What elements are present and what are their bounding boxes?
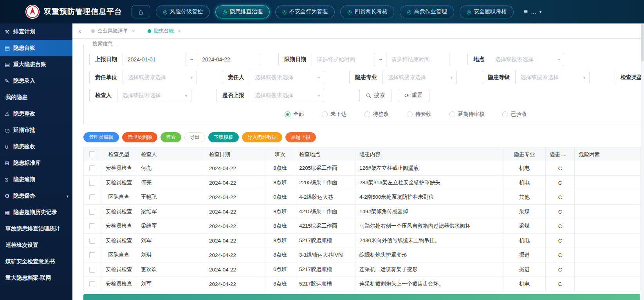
checker-select[interactable]: 选择或搜索选择 ▾ [117,89,191,102]
top-nav-item[interactable]: ◎ 高危作业管理 [400,5,454,18]
sidebar-item[interactable]: ▤ 重大隐患台账 [0,56,72,73]
status-filter: 全部 未下达 待整改 [89,107,644,124]
table-row[interactable]: 安检员检查 何亮 2024-04-22 8点班 2205综采工作面 126#架左… [84,161,641,176]
column-header[interactable]: 检查地点 [295,148,355,161]
top-nav-item[interactable]: ◎ 四员两长考核 [340,5,394,18]
deadline-to-input[interactable] [386,53,449,66]
cell-checker: 王艳飞 [137,190,205,205]
sidebar-item[interactable]: ∪ 隐患验收 [0,138,72,155]
sidebar-item[interactable]: ⊞ 隐患标准库 [0,155,72,171]
table-footer-bar[interactable] [83,294,640,300]
cell-checker: 梁维军 [137,205,205,219]
table-row[interactable]: 安检员检查 何亮 2024-04-22 8点班 2205综采工作面 28#架31… [84,176,641,190]
status-radio[interactable]: 待整改 [364,111,389,118]
sidebar-item[interactable]: ⧖ 隐患逾期 [0,171,72,188]
column-header[interactable]: 危险因素 [575,148,641,161]
row-checkbox[interactable] [89,165,95,171]
column-header[interactable]: 隐患内容 [355,148,503,161]
row-checkbox[interactable] [89,180,95,186]
status-radio-label: 待整改 [373,111,389,118]
top-nav-item[interactable]: ◎ 不安全行为管理 [275,5,335,18]
content-tab[interactable]: 企业风险清单 × [85,23,141,38]
sidebar-item[interactable]: ◷ 延期审批 [0,122,72,138]
circle-icon: ◎ [222,9,227,15]
sidebar-item-label: 隐患督办 [13,192,35,199]
table-row[interactable]: 安检员检查 梁维军 2024-04-22 8点班 4215综采工作面 马蹄尔处右… [84,219,641,234]
table-row[interactable]: 安检员检查 刘军 2024-04-22 8点班 5217胶运顺槽 连采机截割炮头… [84,277,641,291]
column-header[interactable]: 检查人 [137,148,205,161]
toolbar-button[interactable]: 局端上报 [285,132,316,142]
sidebar-item[interactable]: 重大隐患档案-联网 [0,270,72,286]
home-button[interactable]: ⌂ [132,5,150,18]
resp-unit-select[interactable]: 选择或搜索选择 ▾ [123,71,197,84]
cell-specialty: 机电 [503,234,546,248]
report-date-to-input[interactable] [197,53,260,66]
toolbar-button[interactable]: 导入闭环数据 [242,132,282,142]
tab-close-icon[interactable]: × [132,28,135,34]
status-radio[interactable]: 未下达 [322,111,346,118]
sidebar-item[interactable]: ⚙ 隐患督办 ▾ [0,188,72,204]
sidebar-item[interactable]: ⚠ 隐患整改 [0,106,72,122]
cell-shift: 8点班 [265,205,295,219]
row-checkbox[interactable] [89,281,95,287]
row-checkbox[interactable] [89,209,95,215]
reset-button[interactable]: ⟳ 重置 [398,89,429,102]
header-menu[interactable]: ≡ … ▾ [524,8,541,16]
status-radio[interactable]: 已验收 [502,111,527,118]
sidebar-item[interactable]: 事故隐患排查治理统计 [0,221,72,237]
sidebar-item[interactable]: 煤矿安全检查意见书 [0,253,72,270]
deadline-from-input[interactable] [312,53,375,66]
table-row[interactable]: 区队自查 刘琪 2024-04-22 8点班 3-1煤辅运大巷IV段 综掘机炮头… [84,248,641,262]
circle-icon: ◎ [163,9,167,15]
level-select[interactable]: 选择或搜索选择 ▾ [516,71,589,84]
sidebar-item[interactable]: 巡检班次设置 [0,237,72,253]
report-date-from-input[interactable] [123,53,186,66]
table-row[interactable]: 安检员检查 惠欢欢 2024-04-22 0点班 5217胶运顺槽 连采机一运喷… [84,262,641,277]
select-all-checkbox[interactable] [89,151,95,157]
toolbar-button[interactable]: 导出 [184,132,205,142]
top-nav-item[interactable]: ◎ 隐患排查治理 [215,5,269,18]
collapse-icon[interactable]: − [116,41,119,47]
cell-shift: 0点班 [265,262,295,277]
content-tab[interactable]: 隐患台账 × [141,23,188,38]
sidebar-item-label: 隐患录入 [13,77,35,84]
column-header[interactable]: 检查日期 [205,148,265,161]
status-radio[interactable]: 全部 [285,111,304,118]
specialty-select[interactable]: 选择或搜索选择 ▾ [383,71,456,84]
tab-close-icon[interactable]: × [178,28,181,34]
top-nav-item[interactable]: ◎ 风险分级管控 [156,5,210,18]
row-checkbox[interactable] [89,267,95,273]
toolbar-button[interactable]: 查看 [161,132,181,142]
toolbar-button[interactable]: 管理员编辑 [83,132,119,142]
table-row[interactable]: 区队自查 王艳飞 2024-04-22 0点班 4-2煤胶运大巷 4-2南500… [84,190,641,205]
toolbar-button[interactable]: 管理员删除 [122,132,158,142]
status-radio[interactable]: 待验收 [407,111,431,118]
sidebar-item-label: 隐患超期历史记录 [13,209,57,216]
row-checkbox[interactable] [89,194,95,200]
scrollbar-thumb[interactable] [641,24,644,61]
column-header[interactable]: 检查类型 [101,148,137,161]
row-checkbox[interactable] [89,252,95,258]
toolbar-button[interactable]: 下载模板 [208,132,239,142]
chevron-down-icon: ▾ [451,75,453,80]
column-header[interactable]: 班次 [265,148,295,161]
tab-scroll-left-icon[interactable]: ‹ [75,23,85,38]
resp-person-select[interactable]: 选择或搜索选择 ▾ [250,71,324,84]
table-row[interactable]: 安检员检查 刘军 2024-04-22 8点班 5217胶运顺槽 2430米向外… [84,234,641,248]
vertical-scrollbar[interactable] [641,23,644,300]
status-radio[interactable]: 延期待审核 [449,111,485,118]
sidebar-item[interactable]: ▤ 隐患台账 [0,40,72,56]
reported-select[interactable]: 选择或搜索选择 ▾ [250,89,324,102]
search-button[interactable]: 搜索 [359,89,391,102]
sidebar-item[interactable]: ✎ 隐患录入 [0,73,72,89]
sidebar-item[interactable]: 我的隐患 [0,89,72,106]
top-nav-item[interactable]: ◎ 安全履职考核 [460,5,514,18]
row-checkbox[interactable] [89,223,95,229]
column-header[interactable]: 隐患专业 [503,148,546,161]
sidebar-item[interactable]: ▦ 隐患超期历史记录 [0,204,72,221]
row-checkbox[interactable] [89,238,95,244]
column-header[interactable]: 隐患等级 [546,148,575,161]
location-select[interactable]: 选择或搜索选择 ▾ [490,53,564,66]
sidebar-item[interactable]: ⚒ 排查计划 [0,23,72,40]
table-row[interactable]: 安检员检查 梁维军 2024-04-22 8点班 4215综采工作面 149#架… [84,205,641,219]
